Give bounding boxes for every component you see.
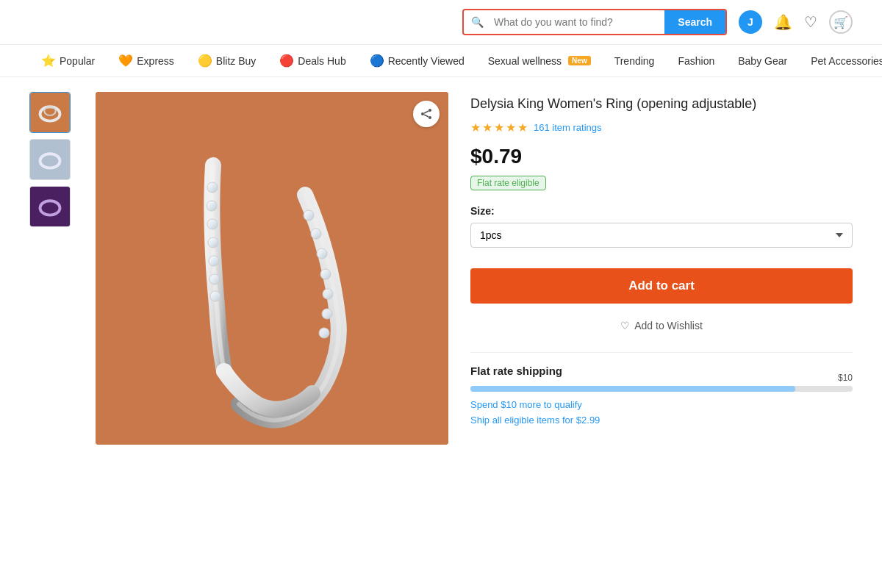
svg-rect-0 <box>30 93 70 132</box>
size-label: Size: <box>470 205 853 217</box>
nav-label-trending: Trending <box>614 55 655 67</box>
svg-point-13 <box>209 256 219 266</box>
thumbnail-3[interactable] <box>29 186 71 227</box>
add-to-cart-button[interactable]: Add to cart <box>470 268 853 304</box>
shipping-threshold-label: $10 <box>838 373 853 383</box>
nav-label-popular: Popular <box>60 55 95 67</box>
rating-row: ★ ★ ★ ★ ★ 161 item ratings <box>470 121 853 135</box>
new-badge: New <box>568 56 591 65</box>
nav-bar: ⭐ Popular 🧡 Express 🟡 Blitz Buy 🔴 Deals … <box>0 45 882 77</box>
search-input[interactable] <box>491 10 664 34</box>
cart-button[interactable]: 🛒 <box>829 10 853 34</box>
svg-point-21 <box>322 309 332 319</box>
svg-line-27 <box>424 115 429 117</box>
product-price: $0.79 <box>470 145 853 168</box>
nav-label-recently-viewed: Recently Viewed <box>388 55 465 67</box>
express-icon: 🧡 <box>118 54 133 68</box>
header-icons: J 🔔 ♡ 🛒 <box>739 10 853 34</box>
star-2: ★ <box>482 121 492 135</box>
rating-count[interactable]: 161 item ratings <box>534 122 602 133</box>
nav-item-deals-hub[interactable]: 🔴 Deals Hub <box>268 45 357 76</box>
svg-point-23 <box>429 109 431 112</box>
deals-hub-icon: 🔴 <box>279 54 294 68</box>
nav-item-blitz-buy[interactable]: 🟡 Blitz Buy <box>186 45 268 76</box>
svg-point-17 <box>311 229 321 239</box>
shipping-price: $2.99 <box>576 415 600 426</box>
star-rating: ★ ★ ★ ★ ★ <box>470 121 528 135</box>
svg-point-11 <box>207 219 218 229</box>
share-button[interactable] <box>413 101 440 127</box>
search-wrapper: 🔍 Search <box>462 9 727 35</box>
wishlist-button[interactable]: ♡ <box>804 13 817 31</box>
svg-point-16 <box>304 210 314 220</box>
nav-item-popular[interactable]: ⭐ Popular <box>29 45 107 76</box>
nav-label-sexual-wellness: Sexual wellness <box>488 55 562 67</box>
svg-point-20 <box>323 289 333 299</box>
nav-label-express: Express <box>137 55 174 67</box>
svg-line-26 <box>424 111 429 113</box>
svg-point-12 <box>208 237 218 248</box>
svg-point-9 <box>207 182 218 193</box>
nav-item-recently-viewed[interactable]: 🔵 Recently Viewed <box>358 45 476 76</box>
main-content: Delysia King Women's Ring (opening adjus… <box>0 77 882 459</box>
nav-label-deals-hub: Deals Hub <box>298 55 345 67</box>
progress-bar-fill <box>470 386 795 392</box>
nav-label-fashion: Fashion <box>678 55 714 67</box>
star-1: ★ <box>470 121 481 135</box>
recently-viewed-icon: 🔵 <box>370 54 384 68</box>
size-select[interactable]: 1pcs <box>470 223 853 248</box>
product-info: Delysia King Women's Ring (opening adjus… <box>470 92 853 445</box>
svg-rect-3 <box>30 140 70 179</box>
add-to-wishlist-button[interactable]: ♡ Add to Wishlist <box>470 314 853 337</box>
shipping-progress-bar: $10 <box>470 386 853 392</box>
svg-rect-5 <box>30 187 70 226</box>
search-button[interactable]: Search <box>664 10 725 34</box>
shipping-note-line1: Spend $10 more to qualify <box>470 399 582 410</box>
nav-label-pet-accessories: Pet Accessories <box>811 55 882 67</box>
notifications-button[interactable]: 🔔 <box>774 13 792 31</box>
heart-icon: ♡ <box>620 320 630 331</box>
avatar[interactable]: J <box>739 10 762 34</box>
star-3: ★ <box>494 121 504 135</box>
main-product-image <box>96 92 448 445</box>
search-icon: 🔍 <box>464 16 491 28</box>
shipping-title: Flat rate shipping <box>470 365 853 377</box>
svg-point-14 <box>209 274 220 284</box>
svg-point-25 <box>429 116 431 119</box>
nav-item-pet-accessories[interactable]: Pet Accessories <box>799 46 882 76</box>
nav-item-baby-gear[interactable]: Baby Gear <box>726 46 799 76</box>
svg-point-18 <box>317 248 327 259</box>
thumbnail-1[interactable] <box>29 92 71 133</box>
svg-rect-7 <box>96 92 448 445</box>
svg-point-15 <box>210 291 220 301</box>
shipping-note: Spend $10 more to qualify Ship all eligi… <box>470 398 853 429</box>
nav-label-blitz-buy: Blitz Buy <box>216 55 256 67</box>
wishlist-label: Add to Wishlist <box>634 320 703 331</box>
shipping-note-line2: Ship all eligible items for <box>470 415 573 426</box>
header: 🔍 Search J 🔔 ♡ 🛒 <box>0 0 882 45</box>
svg-point-10 <box>207 201 217 211</box>
nav-item-express[interactable]: 🧡 Express <box>107 45 186 76</box>
star-4: ★ <box>506 121 516 135</box>
nav-label-baby-gear: Baby Gear <box>738 55 787 67</box>
star-5-half: ★ <box>517 121 528 135</box>
popular-icon: ⭐ <box>41 54 56 68</box>
blitz-buy-icon: 🟡 <box>198 54 212 68</box>
thumbnail-2[interactable] <box>29 139 71 180</box>
svg-point-24 <box>421 112 424 115</box>
shipping-section: Flat rate shipping $10 Spend $10 more to… <box>470 352 853 429</box>
nav-item-sexual-wellness[interactable]: Sexual wellness New <box>476 46 603 76</box>
svg-point-19 <box>320 269 331 279</box>
nav-item-trending[interactable]: Trending <box>603 46 667 76</box>
product-title: Delysia King Women's Ring (opening adjus… <box>470 95 853 113</box>
nav-item-fashion[interactable]: Fashion <box>666 46 726 76</box>
svg-point-22 <box>319 328 329 338</box>
flat-rate-badge: Flat rate eligible <box>470 176 546 190</box>
thumbnail-list <box>29 92 74 445</box>
